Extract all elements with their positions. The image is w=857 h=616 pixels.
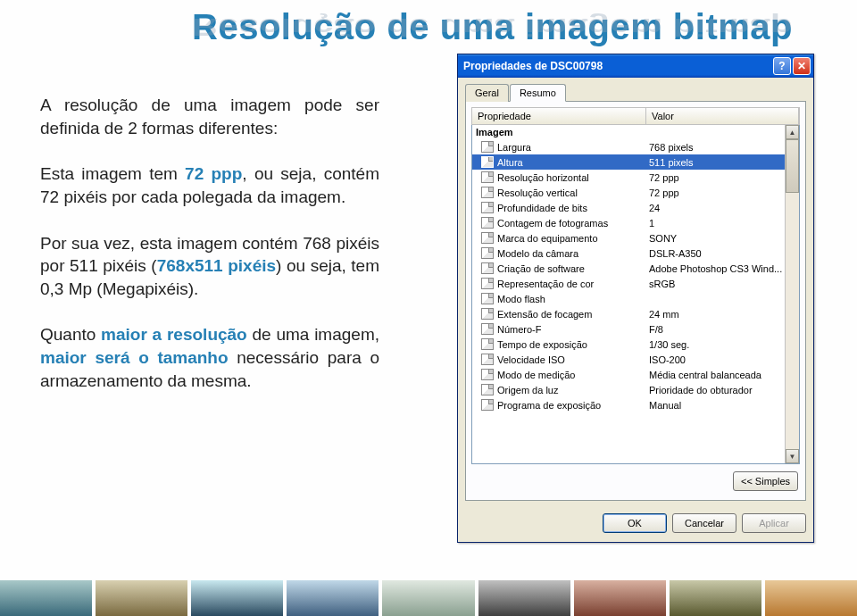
property-value: 768 pixels <box>649 142 785 153</box>
body-text: A resolução de uma imagem pode ser defin… <box>40 94 379 415</box>
p2-highlight: 72 ppp <box>185 164 242 183</box>
property-name: Criação de software <box>497 263 649 274</box>
slide-title-shadow: Resolução de uma imagem bitmap <box>192 13 793 42</box>
property-name: Largura <box>497 142 649 153</box>
property-value: Prioridade do obturador <box>649 385 785 395</box>
page-icon <box>481 262 494 274</box>
page-icon <box>481 187 494 198</box>
property-value: 1 <box>649 218 785 229</box>
list-header: Propriedade Valor <box>471 107 800 125</box>
ok-button[interactable]: OK <box>603 513 667 533</box>
page-icon <box>481 369 494 380</box>
property-name: Velocidade ISO <box>497 354 649 365</box>
scroll-track[interactable] <box>786 139 799 449</box>
property-value: Adobe Photoshop CS3 Wind... <box>649 263 785 274</box>
property-value: sRGB <box>649 279 785 289</box>
property-name: Modo flash <box>497 294 649 304</box>
property-row[interactable]: Velocidade ISOISO-200 <box>472 352 785 367</box>
page-icon <box>481 384 494 395</box>
p3-highlight: 768x511 pixéis <box>157 256 276 275</box>
property-row[interactable]: Marca do equipamentoSONY <box>472 230 785 246</box>
scroll-up-button[interactable]: ▲ <box>786 125 799 139</box>
property-name: Origem da luz <box>497 385 649 395</box>
property-name: Altura <box>497 157 649 168</box>
property-row[interactable]: Origem da luzPrioridade do obturador <box>472 382 785 397</box>
decor-strip <box>0 580 857 616</box>
page-icon <box>481 141 494 153</box>
paragraph-3: Por sua vez, esta imagem contém 768 pixé… <box>40 232 379 301</box>
property-row[interactable]: Modelo da câmaraDSLR-A350 <box>472 246 785 261</box>
property-row[interactable]: Largura768 pixels <box>472 139 785 154</box>
property-value: 24 <box>649 203 785 213</box>
paragraph-1: A resolução de uma imagem pode ser defin… <box>40 94 379 139</box>
page-icon <box>481 278 494 289</box>
property-value: 1/30 seg. <box>649 339 785 350</box>
p4-c: de uma imagem, <box>247 325 379 344</box>
property-row[interactable]: Altura511 pixels <box>472 154 785 170</box>
property-row[interactable]: Profundidade de bits24 <box>472 200 785 215</box>
property-name: Modelo da câmara <box>497 248 649 259</box>
property-name: Contagem de fotogramas <box>497 218 649 229</box>
scrollbar[interactable]: ▲ ▼ <box>785 125 799 463</box>
help-button[interactable]: ? <box>773 57 791 75</box>
simples-button[interactable]: << Simples <box>733 471 798 491</box>
property-name: Representação de cor <box>497 279 649 289</box>
property-row[interactable]: Resolução vertical72 ppp <box>472 185 785 200</box>
tab-geral[interactable]: Geral <box>465 84 509 102</box>
property-name: Extensão de focagem <box>497 309 649 320</box>
page-icon <box>481 247 494 259</box>
tabs: Geral Resumo <box>465 83 806 102</box>
property-row[interactable]: Modo de mediçãoMédia central balanceada <box>472 367 785 382</box>
property-name: Número-F <box>497 324 649 335</box>
properties-dialog: Propriedades de DSC00798 ? ✕ Geral Resum… <box>457 54 814 543</box>
page-icon <box>481 323 494 335</box>
property-row[interactable]: Número-FF/8 <box>472 321 785 337</box>
property-name: Profundidade de bits <box>497 203 649 213</box>
p4-h1: maior a resolução <box>101 325 247 344</box>
property-name: Modo de medição <box>497 370 649 380</box>
slide-title-wrap: Resolução de uma imagem bitmap Resolução… <box>192 7 793 47</box>
page-icon <box>481 293 494 304</box>
property-name: Resolução horizontal <box>497 172 649 183</box>
property-rows: Imagem Largura768 pixelsAltura511 pixels… <box>472 125 785 463</box>
property-row[interactable]: Representação de corsRGB <box>472 276 785 291</box>
property-value: 72 ppp <box>649 187 785 198</box>
property-value: 511 pixels <box>649 157 785 168</box>
header-value[interactable]: Valor <box>646 108 799 124</box>
page-icon <box>481 338 494 350</box>
dialog-footer: OK Cancelar Aplicar <box>458 508 813 542</box>
page-icon <box>481 171 494 183</box>
p4-a: Quanto <box>40 325 101 344</box>
simples-row: << Simples <box>471 464 800 491</box>
page-icon <box>481 354 494 365</box>
group-imagem: Imagem <box>472 125 785 139</box>
property-value: Média central balanceada <box>649 370 785 380</box>
property-row[interactable]: Tempo de exposição1/30 seg. <box>472 337 785 352</box>
property-value: 24 mm <box>649 309 785 320</box>
header-property[interactable]: Propriedade <box>472 108 646 124</box>
property-name: Tempo de exposição <box>497 339 649 350</box>
apply-button[interactable]: Aplicar <box>742 513 806 533</box>
page-icon <box>481 308 494 320</box>
property-row[interactable]: Programa de exposiçãoManual <box>472 397 785 412</box>
property-row[interactable]: Extensão de focagem24 mm <box>472 306 785 321</box>
paragraph-4: Quanto maior a resolução de uma imagem, … <box>40 323 379 392</box>
scroll-thumb[interactable] <box>786 139 799 193</box>
property-name: Marca do equipamento <box>497 233 649 244</box>
dialog-body: Geral Resumo Propriedade Valor Imagem La… <box>458 78 813 508</box>
page-icon <box>481 156 494 168</box>
dialog-titlebar[interactable]: Propriedades de DSC00798 ? ✕ <box>458 54 813 78</box>
close-icon: ✕ <box>797 60 806 72</box>
property-list: Imagem Largura768 pixelsAltura511 pixels… <box>471 125 800 464</box>
property-row[interactable]: Criação de softwareAdobe Photoshop CS3 W… <box>472 261 785 276</box>
p4-h2: maior será o tamanho <box>40 348 229 367</box>
scroll-down-button[interactable]: ▼ <box>786 449 799 463</box>
property-row[interactable]: Contagem de fotogramas1 <box>472 215 785 230</box>
property-row[interactable]: Resolução horizontal72 ppp <box>472 170 785 185</box>
p2-a: Esta imagem tem <box>40 164 185 183</box>
close-button[interactable]: ✕ <box>793 57 811 75</box>
property-value: 72 ppp <box>649 172 785 183</box>
tab-resumo[interactable]: Resumo <box>510 84 566 102</box>
property-row[interactable]: Modo flash <box>472 291 785 306</box>
cancel-button[interactable]: Cancelar <box>672 513 736 533</box>
